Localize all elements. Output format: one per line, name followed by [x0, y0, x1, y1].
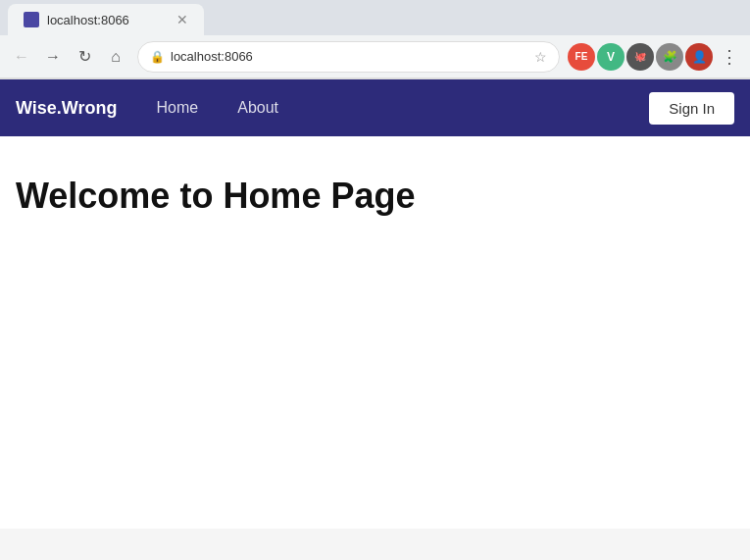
- browser-tabs: localhost:8066 ✕: [0, 0, 750, 35]
- tab-close-button[interactable]: ✕: [176, 12, 188, 27]
- page-title: Welcome to Home Page: [16, 176, 734, 217]
- app-navbar: Wise.Wrong Home About Sign In: [0, 79, 750, 136]
- browser-extensions: FE V 🐙 🧩 👤: [568, 43, 713, 71]
- browser-chrome: localhost:8066 ✕ ← → ↻ ⌂ 🔒 localhost:806…: [0, 0, 750, 79]
- nav-link-about[interactable]: About: [222, 91, 294, 125]
- forward-button[interactable]: →: [39, 43, 67, 71]
- back-button[interactable]: ←: [8, 43, 35, 71]
- browser-tab[interactable]: localhost:8066 ✕: [8, 4, 204, 35]
- extension-octopus-icon[interactable]: 🐙: [626, 43, 654, 71]
- lock-icon: 🔒: [150, 50, 165, 64]
- browser-menu-button[interactable]: ⋮: [717, 42, 742, 72]
- reload-button[interactable]: ↻: [71, 43, 98, 71]
- extension-user-icon[interactable]: 👤: [685, 43, 713, 71]
- nav-link-home[interactable]: Home: [141, 91, 215, 125]
- address-bar[interactable]: 🔒 localhost:8066 ☆: [137, 41, 560, 73]
- sign-in-button[interactable]: Sign In: [649, 92, 734, 125]
- brand-link[interactable]: Wise.Wrong: [16, 98, 118, 119]
- extension-fe-icon[interactable]: FE: [568, 43, 595, 71]
- extension-vue-icon[interactable]: V: [597, 43, 625, 71]
- tab-title: localhost:8066: [47, 13, 129, 27]
- extension-puzzle-icon[interactable]: 🧩: [656, 43, 683, 71]
- bookmark-icon[interactable]: ☆: [534, 49, 547, 65]
- home-button[interactable]: ⌂: [102, 43, 129, 71]
- nav-links: Home About: [141, 91, 650, 125]
- url-text: localhost:8066: [171, 49, 528, 64]
- browser-toolbar: ← → ↻ ⌂ 🔒 localhost:8066 ☆ FE V 🐙 🧩 👤 ⋮: [0, 35, 750, 78]
- tab-favicon: [24, 12, 39, 27]
- page-content: Welcome to Home Page: [0, 136, 750, 529]
